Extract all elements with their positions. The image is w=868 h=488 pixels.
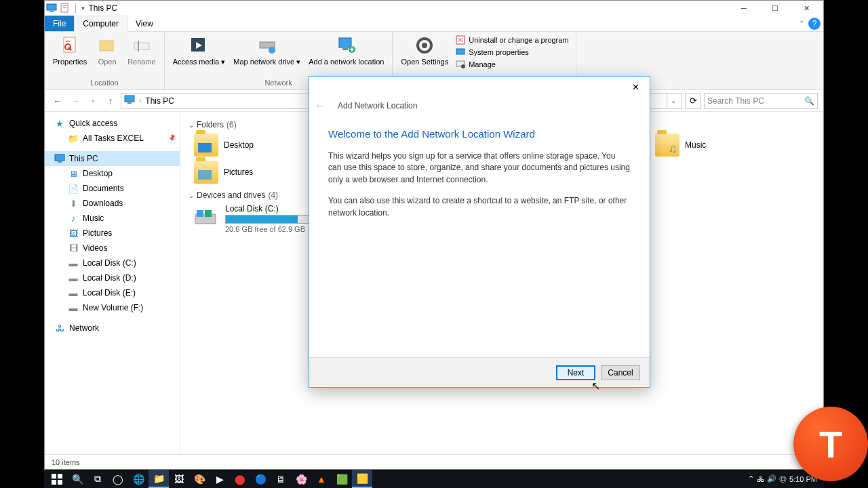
open-settings-button[interactable]: Open Settings bbox=[397, 33, 452, 68]
taskbar-app-3[interactable]: 🎨 bbox=[189, 470, 210, 488]
cortana-button[interactable]: ◯ bbox=[108, 470, 128, 488]
nav-quick-access[interactable]: ★ Quick access bbox=[45, 116, 180, 131]
nav-new-volume-f[interactable]: ▬New Volume (F:) bbox=[58, 300, 180, 315]
minimize-button[interactable]: ─ bbox=[728, 1, 760, 16]
dialog-title: Add Network Location bbox=[338, 101, 417, 110]
taskbar-vlc[interactable]: ▲ bbox=[311, 470, 332, 488]
tray-network-icon[interactable]: 🖧 bbox=[757, 475, 764, 483]
network-icon: 🖧 bbox=[54, 323, 65, 333]
help-icon[interactable]: ? bbox=[808, 18, 821, 30]
nav-documents[interactable]: 📄Documents bbox=[58, 181, 180, 196]
address-history-dropdown[interactable]: ⌄ bbox=[667, 94, 679, 108]
uninstall-program-button[interactable]: Uninstall or change a program bbox=[455, 35, 568, 45]
up-button[interactable]: ↑ bbox=[103, 94, 118, 108]
system-properties-button[interactable]: System properties bbox=[455, 47, 568, 58]
nav-local-disk-c[interactable]: ▬Local Disk (C:) bbox=[58, 256, 180, 270]
breadcrumb-this-pc[interactable]: This PC bbox=[145, 96, 174, 106]
tab-view[interactable]: View bbox=[127, 16, 161, 31]
drive-icon: ▬ bbox=[68, 287, 79, 298]
close-button[interactable]: ✕ bbox=[791, 1, 822, 16]
manage-icon bbox=[455, 59, 466, 70]
dialog-titlebar: ✕ bbox=[309, 77, 650, 97]
access-media-button[interactable]: Access media ▾ bbox=[169, 33, 230, 68]
search-input[interactable]: Search This PC 🔍 bbox=[704, 93, 818, 109]
nav-videos[interactable]: 🎞Videos bbox=[58, 241, 180, 256]
nav-downloads[interactable]: ⬇Downloads bbox=[58, 196, 180, 211]
chevron-down-icon: ⌄ bbox=[189, 121, 194, 129]
navigation-pane: ★ Quick access 📁 All Tasks EXCEL This PC… bbox=[45, 112, 180, 454]
qat-separator: │ bbox=[73, 3, 79, 13]
taskbar-chrome[interactable]: 🔵 bbox=[250, 470, 271, 488]
add-network-location-dialog: ✕ ← Add Network Location Welcome to the … bbox=[309, 76, 650, 388]
svg-rect-35 bbox=[52, 480, 56, 485]
svg-rect-15 bbox=[339, 38, 351, 47]
dialog-paragraph-1: This wizard helps you sign up for a serv… bbox=[328, 150, 631, 186]
nav-all-tasks-excel[interactable]: 📁 All Tasks EXCEL bbox=[58, 131, 180, 146]
properties-button[interactable]: Properties bbox=[49, 33, 91, 68]
folder-pictures[interactable]: Pictures bbox=[194, 161, 296, 184]
open-button: Open bbox=[91, 33, 123, 68]
taskbar-app-7[interactable]: 🌸 bbox=[291, 470, 311, 488]
svg-rect-21 bbox=[456, 49, 465, 54]
add-network-location-button[interactable]: Add a network location bbox=[304, 33, 388, 68]
taskbar-app-9[interactable]: 🟨 bbox=[352, 470, 372, 488]
nav-network[interactable]: 🖧 Network bbox=[45, 321, 180, 336]
svg-rect-26 bbox=[55, 155, 64, 161]
svg-rect-10 bbox=[138, 41, 139, 52]
search-button[interactable]: 🔍 bbox=[67, 470, 87, 488]
taskbar-app-2[interactable]: 🖼 bbox=[169, 470, 189, 488]
nav-pictures[interactable]: 🖼Pictures bbox=[58, 226, 180, 241]
recent-locations-button[interactable]: ▾ bbox=[85, 94, 100, 108]
taskbar-app-5[interactable]: ⬤ bbox=[230, 470, 250, 488]
drive-icon bbox=[194, 207, 218, 230]
map-network-drive-button[interactable]: Map network drive ▾ bbox=[229, 33, 304, 68]
tab-file[interactable]: File bbox=[45, 16, 74, 31]
access-media-icon bbox=[188, 35, 210, 56]
map-network-drive-icon bbox=[256, 35, 278, 56]
maximize-button[interactable]: ☐ bbox=[760, 1, 791, 16]
taskbar-app-4[interactable]: ▶ bbox=[210, 470, 230, 488]
qat-dropdown-icon[interactable]: ▾ bbox=[81, 5, 85, 12]
tab-computer[interactable]: Computer bbox=[74, 16, 127, 32]
taskbar-app-1[interactable]: 🌐 bbox=[128, 470, 149, 488]
rename-icon bbox=[131, 35, 153, 56]
properties-icon bbox=[59, 35, 81, 56]
folder-music[interactable]: ♫ Music bbox=[655, 134, 757, 157]
svg-rect-27 bbox=[58, 161, 62, 163]
breadcrumb-chevron-icon[interactable]: › bbox=[139, 97, 141, 104]
collapse-ribbon-icon[interactable]: ⌃ bbox=[799, 20, 804, 27]
chevron-down-icon: ⌄ bbox=[189, 192, 194, 199]
taskbar-file-explorer[interactable]: 📁 bbox=[149, 470, 169, 488]
tray-language-icon[interactable]: ㊐ bbox=[779, 474, 787, 484]
status-bar: 10 items bbox=[45, 454, 823, 469]
start-button[interactable] bbox=[47, 470, 67, 488]
open-icon bbox=[96, 35, 118, 56]
next-button[interactable]: Next bbox=[556, 365, 595, 380]
svg-point-14 bbox=[269, 47, 275, 54]
back-button[interactable]: ← bbox=[50, 94, 65, 108]
nav-this-pc[interactable]: This PC bbox=[45, 151, 180, 166]
nav-music[interactable]: ♪Music bbox=[58, 211, 180, 226]
qat-properties-icon[interactable] bbox=[60, 3, 71, 14]
tray-volume-icon[interactable]: 🔊 bbox=[767, 474, 776, 483]
refresh-button[interactable]: ⟳ bbox=[685, 93, 701, 109]
dialog-close-button[interactable]: ✕ bbox=[625, 79, 646, 95]
folder-icon: ♫ bbox=[655, 134, 679, 157]
manage-button[interactable]: Manage bbox=[455, 59, 568, 70]
settings-icon bbox=[414, 35, 435, 56]
system-properties-icon bbox=[455, 47, 466, 58]
ribbon-tabs: File Computer View ⌃ ? bbox=[45, 16, 823, 32]
forward-button[interactable]: → bbox=[68, 94, 83, 108]
item-count: 10 items bbox=[52, 458, 80, 466]
svg-rect-9 bbox=[134, 43, 149, 49]
folder-desktop[interactable]: Desktop bbox=[194, 134, 296, 157]
nav-desktop[interactable]: 🖥Desktop bbox=[58, 166, 180, 181]
taskbar-app-6[interactable]: 🖥 bbox=[271, 470, 291, 488]
task-view-button[interactable]: ⧉ bbox=[87, 470, 108, 488]
nav-local-disk-e[interactable]: ▬Local Disk (E:) bbox=[58, 285, 180, 300]
nav-local-disk-d[interactable]: ▬Local Disk (D:) bbox=[58, 270, 180, 285]
tray-expand-icon[interactable]: ⌃ bbox=[748, 474, 754, 483]
svg-rect-2 bbox=[61, 3, 68, 12]
cancel-button[interactable]: Cancel bbox=[601, 365, 640, 380]
taskbar-app-8[interactable]: 🟩 bbox=[332, 470, 352, 488]
